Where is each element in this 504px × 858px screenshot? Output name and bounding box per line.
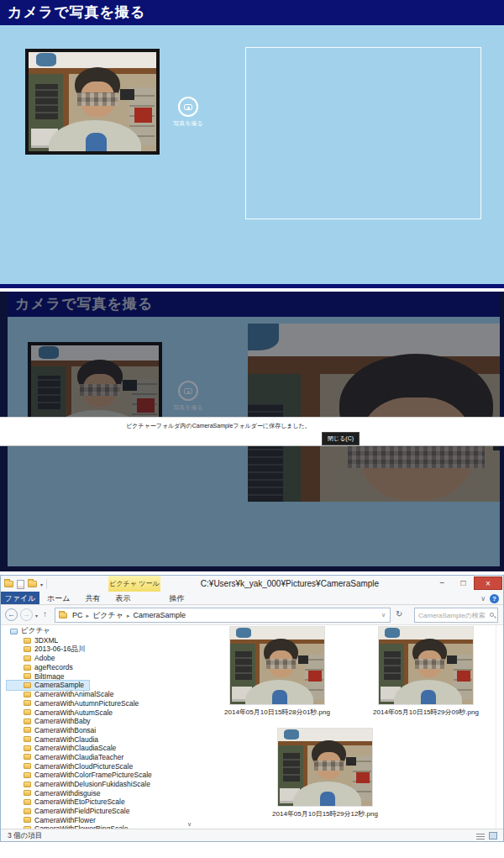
scene-shirt bbox=[421, 690, 436, 704]
file-thumbnail[interactable] bbox=[229, 626, 325, 705]
tree-item[interactable]: CameraWithAnimalScale bbox=[7, 690, 118, 699]
file-thumbnail[interactable] bbox=[277, 728, 373, 807]
tree-item[interactable]: Adobe bbox=[7, 654, 60, 663]
tree-item[interactable]: CameraSample bbox=[7, 681, 89, 690]
folder-icon bbox=[24, 736, 31, 742]
tree-item[interactable]: CameraWithAutumnPictureScale bbox=[7, 699, 144, 708]
file-item[interactable]: 2014年05月10日15時29分09秒.png bbox=[353, 626, 499, 717]
tree-item-label: CameraWithAnimalScale bbox=[34, 690, 113, 698]
tree-item[interactable]: CameraWithdisguise bbox=[7, 788, 105, 797]
document-icon[interactable] bbox=[17, 580, 24, 589]
dialog-close-button[interactable]: 閉じる(C) bbox=[322, 432, 360, 445]
tree-item[interactable]: CameraWithClaudiaScale bbox=[7, 744, 121, 753]
webcam-photo bbox=[29, 52, 156, 151]
up-button[interactable]: ↑ bbox=[43, 609, 47, 618]
scene-mosaic bbox=[314, 761, 344, 771]
camera-app-screen-1: カメラで写真を撮る 写真を撮る bbox=[0, 0, 504, 288]
back-button[interactable]: ← bbox=[5, 608, 18, 621]
explorer-title-bar: ▾ ピクチャ ツール C:¥Users¥k_yak_000¥Pictures¥C… bbox=[1, 576, 503, 592]
file-item[interactable]: 2014年05月10日15時29分12秒.png bbox=[252, 728, 398, 819]
breadcrumb-segment[interactable]: CameraSample bbox=[131, 611, 187, 619]
tree-item[interactable]: CameraWithDelusionFukidashiScale bbox=[7, 780, 155, 789]
tree-item[interactable]: CameraWithEtoPictureScale bbox=[7, 797, 130, 807]
tree-item[interactable]: CameraWithClaudia bbox=[7, 734, 103, 744]
address-bar[interactable]: PC▸ピクチャ▸CameraSample ∨ bbox=[55, 608, 391, 623]
tree-item[interactable]: CameraWithAutumScale bbox=[7, 708, 118, 717]
ribbon-tabs: ファイルホーム共有表示操作 ∨ ? bbox=[1, 592, 503, 605]
tree-item-label: CameraWithDelusionFukidashiScale bbox=[34, 780, 150, 788]
tree-item[interactable]: ageRecords bbox=[7, 663, 78, 672]
capture-button[interactable]: 写真を撮る bbox=[166, 97, 210, 128]
maximize-button[interactable]: □ bbox=[453, 576, 474, 590]
photo-scene bbox=[230, 627, 324, 704]
scene-blue-object bbox=[385, 628, 400, 638]
tree-item-pictures-root[interactable]: ピクチャ bbox=[7, 627, 55, 636]
search-input[interactable] bbox=[415, 608, 497, 622]
quick-access-toolbar: ▾ bbox=[4, 579, 47, 589]
photo-scene bbox=[379, 627, 473, 704]
tree-item[interactable]: CameraWithFieldPictureScale bbox=[7, 807, 134, 816]
tree-item[interactable]: CameraWithColorFramePictureScale bbox=[7, 771, 157, 780]
tree-item-label: ageRecords bbox=[34, 663, 73, 671]
tree-item[interactable]: CameraWithBonsai bbox=[7, 726, 101, 735]
forward-button[interactable]: → bbox=[20, 608, 33, 621]
quick-access-dropdown-icon[interactable]: ▾ bbox=[40, 582, 43, 587]
ribbon-collapse-icon[interactable]: ∨ bbox=[480, 595, 486, 603]
status-bar: 3 個の項目 bbox=[1, 829, 503, 841]
tree-item[interactable]: CameraWithClaudiaTeacher bbox=[7, 753, 129, 762]
tree-item-label: CameraWithdisguise bbox=[34, 789, 100, 797]
breadcrumb-segment[interactable]: PC bbox=[71, 611, 85, 619]
help-icon[interactable]: ? bbox=[490, 594, 499, 603]
folder-icon bbox=[24, 727, 31, 733]
folder-icon bbox=[24, 692, 31, 697]
thumbnail-photo bbox=[379, 627, 473, 704]
window-controls: − □ × bbox=[432, 576, 502, 590]
ribbon-tab-2[interactable]: 共有 bbox=[77, 592, 108, 604]
file-name: 2014年05月10日15時29分09秒.png bbox=[353, 708, 499, 717]
scene-shirt bbox=[272, 690, 287, 704]
ribbon-tab-3[interactable]: 表示 bbox=[108, 592, 138, 604]
recent-locations-dropdown-icon[interactable]: ▾ bbox=[35, 613, 38, 618]
ribbon-tab-4[interactable]: 操作 bbox=[161, 592, 192, 604]
tree-item-label: 2013-06-16品川 bbox=[34, 645, 85, 655]
tree-scroll-down-icon[interactable]: ∨ bbox=[187, 821, 192, 828]
tree-item[interactable]: BiltImage bbox=[7, 671, 69, 681]
ribbon-tab-0[interactable]: ファイル bbox=[1, 592, 39, 604]
list-view-icon[interactable] bbox=[476, 832, 485, 840]
folder-icon bbox=[24, 665, 31, 671]
scene-monitor bbox=[346, 757, 356, 766]
folder-icon[interactable] bbox=[28, 581, 37, 587]
tree-item-label: CameraWithBonsai bbox=[34, 726, 96, 734]
window-title: C:¥Users¥k_yak_000¥Pictures¥CameraSample bbox=[160, 576, 419, 592]
breadcrumb-segment[interactable]: ピクチャ bbox=[91, 611, 125, 619]
tree-item-label: 3DXML bbox=[34, 636, 58, 645]
tree-item-label: CameraWithClaudiaScale bbox=[34, 744, 116, 752]
item-count: 3 個の項目 bbox=[8, 829, 42, 841]
folder-tree: ピクチャ 3DXML2013-06-16品川AdobeageRecordsBil… bbox=[1, 625, 196, 829]
file-thumbnail[interactable] bbox=[378, 626, 474, 705]
scene-boxes bbox=[235, 651, 252, 679]
thumbnail-view-icon[interactable] bbox=[489, 832, 497, 840]
folder-icon[interactable] bbox=[4, 581, 13, 587]
tree-item[interactable]: CameraWithCloudPictureScale bbox=[7, 761, 138, 771]
tree-item[interactable]: CameraWithBaby bbox=[7, 717, 96, 726]
address-dropdown-icon[interactable]: ∨ bbox=[381, 612, 390, 618]
thumbnail-photo bbox=[230, 627, 324, 704]
folder-icon bbox=[24, 754, 31, 760]
scene-monitor bbox=[298, 655, 308, 664]
tree-item[interactable]: CameraWithFlower bbox=[7, 815, 101, 824]
refresh-icon[interactable]: ↻ bbox=[396, 609, 402, 618]
ribbon-tab-1[interactable]: ホーム bbox=[39, 592, 77, 604]
camera-glyph-icon bbox=[184, 104, 192, 110]
webcam-preview bbox=[25, 49, 160, 155]
scene-boxes bbox=[283, 753, 300, 781]
close-button[interactable]: × bbox=[474, 576, 502, 590]
folder-icon bbox=[24, 790, 31, 796]
minimize-button[interactable]: − bbox=[432, 576, 453, 590]
camera-icon[interactable] bbox=[178, 97, 198, 117]
file-item[interactable]: 2014年05月10日15時28分01秒.png bbox=[204, 626, 350, 717]
picture-tools-tab[interactable]: ピクチャ ツール bbox=[108, 576, 160, 592]
scene-shirt bbox=[320, 792, 335, 806]
tree-item-label: CameraWithBaby bbox=[34, 717, 91, 725]
tree-item[interactable]: 2013-06-16品川 bbox=[7, 645, 90, 654]
